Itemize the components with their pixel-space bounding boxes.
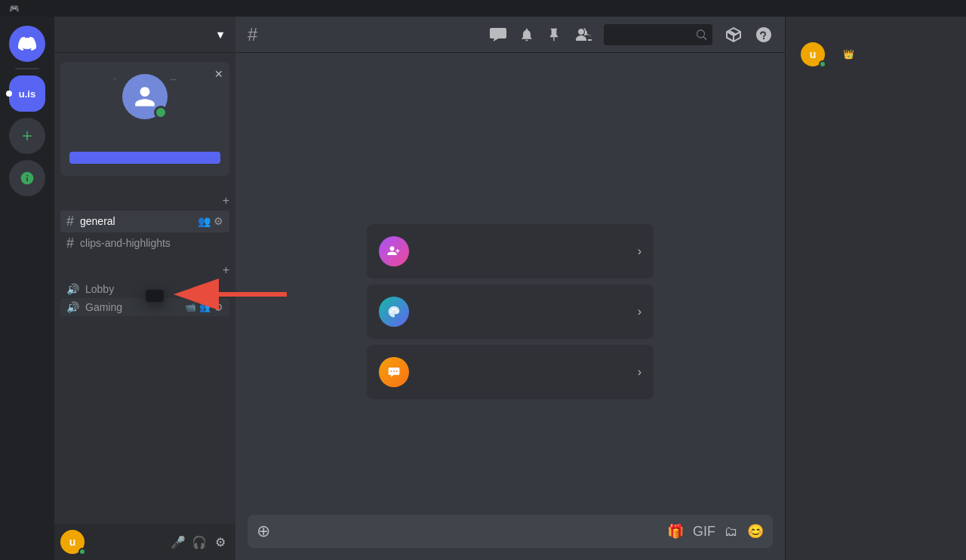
text-channels-section: + # general 👥 ⚙ # clips-and-highlights bbox=[54, 191, 235, 254]
action-cards: › › › bbox=[367, 224, 654, 399]
svg-point-4 bbox=[396, 311, 398, 312]
explore-servers-button[interactable] bbox=[9, 160, 45, 196]
channel-hash-icon: # bbox=[248, 24, 257, 45]
user-settings-button[interactable]: ⚙ bbox=[211, 533, 229, 551]
microphone-button[interactable]: 🎤 bbox=[169, 533, 187, 551]
avatar-online-badge bbox=[154, 106, 168, 119]
invite-icon bbox=[379, 236, 409, 266]
channel-name-gaming: Gaming bbox=[85, 301, 180, 313]
add-text-channel-button[interactable]: + bbox=[223, 194, 229, 208]
thread-icon[interactable] bbox=[489, 26, 507, 44]
search-input[interactable] bbox=[610, 29, 691, 40]
add-server-button[interactable]: + bbox=[9, 118, 45, 154]
members-icon[interactable] bbox=[574, 26, 592, 44]
invite-card: ✕ ··· ·· bbox=[60, 62, 229, 176]
gif-icon[interactable]: GIF bbox=[693, 524, 715, 540]
discord-home-button[interactable] bbox=[9, 26, 45, 62]
message-icon bbox=[379, 357, 409, 387]
svg-point-1 bbox=[391, 311, 392, 312]
member-item-uplotify[interactable]: u 👑 bbox=[798, 38, 954, 71]
user-avatar[interactable]: u bbox=[60, 530, 85, 554]
channel-item-clips[interactable]: # clips-and-highlights bbox=[60, 232, 229, 254]
right-sidebar: u 👑 bbox=[785, 17, 966, 560]
speaker-icon-lobby: 🔊 bbox=[66, 283, 79, 295]
member-avatar-letter: u bbox=[810, 48, 817, 60]
speaker-icon-gaming: 🔊 bbox=[66, 301, 79, 313]
invite-chevron-icon: › bbox=[638, 245, 641, 258]
server-dropdown-icon: ▾ bbox=[217, 28, 223, 42]
server-active-indicator bbox=[6, 91, 12, 97]
personalize-chevron-icon: › bbox=[638, 305, 641, 318]
video-icon-gaming[interactable]: 📹 bbox=[185, 302, 196, 312]
server-divider bbox=[15, 68, 39, 69]
sticker-icon[interactable]: 🗂 bbox=[724, 524, 738, 540]
channel-name-clips: clips-and-highlights bbox=[80, 237, 223, 249]
server-icon-uplotify[interactable]: u.is bbox=[9, 75, 45, 112]
window-bar: 🎮 bbox=[0, 0, 966, 17]
hash-icon-clips: # bbox=[66, 235, 74, 251]
edit-channel-tooltip bbox=[146, 290, 164, 302]
svg-point-2 bbox=[392, 309, 394, 310]
user-status-indicator bbox=[78, 548, 86, 555]
hash-icon-general: # bbox=[66, 214, 74, 229]
header-icons bbox=[489, 24, 773, 45]
message-chevron-icon: › bbox=[638, 365, 641, 379]
avatar-dots-right: ··· bbox=[171, 75, 177, 84]
notification-icon[interactable] bbox=[519, 27, 534, 42]
avatar-dots-left: ·· bbox=[113, 75, 116, 82]
channel-header: # bbox=[235, 17, 785, 53]
personalize-icon bbox=[379, 297, 409, 327]
gift-icon[interactable]: 🎁 bbox=[667, 523, 684, 540]
message-bar: ⊕ 🎁 GIF 🗂 😊 bbox=[235, 515, 785, 560]
invite-avatar-wrapper: ··· ·· bbox=[122, 74, 168, 119]
message-add-button[interactable]: ⊕ bbox=[257, 522, 270, 541]
server-list: u.is + bbox=[0, 17, 54, 560]
headphone-button[interactable]: 🎧 bbox=[190, 533, 208, 551]
emoji-icon[interactable]: 😊 bbox=[747, 523, 764, 540]
pin-icon[interactable] bbox=[546, 27, 561, 42]
server-letter: u.is bbox=[19, 88, 35, 100]
svg-point-3 bbox=[395, 309, 396, 310]
message-input-field[interactable] bbox=[279, 525, 658, 538]
message-icons: 🎁 GIF 🗂 😊 bbox=[667, 523, 764, 540]
svg-point-0 bbox=[386, 243, 402, 260]
crown-icon: 👑 bbox=[843, 49, 854, 60]
svg-point-6 bbox=[393, 371, 395, 372]
message-input-container: ⊕ 🎁 GIF 🗂 😊 bbox=[248, 515, 773, 548]
discord-icon: 🎮 bbox=[9, 4, 20, 14]
inbox-icon[interactable] bbox=[724, 26, 743, 44]
user-controls: 🎤 🎧 ⚙ bbox=[169, 533, 229, 551]
action-card-personalize[interactable]: › bbox=[367, 285, 654, 339]
help-icon[interactable] bbox=[755, 26, 773, 44]
channel-item-general[interactable]: # general 👥 ⚙ bbox=[60, 211, 229, 232]
app-layout: u.is + ▾ ✕ ··· ·· bbox=[0, 17, 966, 560]
user-area: u 🎤 🎧 ⚙ bbox=[54, 524, 235, 560]
action-card-first-message[interactable]: › bbox=[367, 345, 654, 399]
channel-actions-general: 👥 ⚙ bbox=[198, 215, 223, 227]
text-channels-header[interactable]: + bbox=[54, 191, 235, 211]
svg-point-5 bbox=[390, 371, 392, 372]
add-member-icon[interactable]: 👥 bbox=[198, 215, 211, 227]
invite-card-close-button[interactable]: ✕ bbox=[214, 68, 223, 80]
channel-name-general: general bbox=[80, 215, 193, 227]
invite-text bbox=[69, 125, 220, 138]
window-title: 🎮 bbox=[9, 4, 24, 14]
annotation bbox=[204, 272, 340, 317]
search-box[interactable] bbox=[604, 24, 712, 45]
server-header[interactable]: ▾ bbox=[54, 17, 235, 53]
settings-icon-general[interactable]: ⚙ bbox=[214, 215, 223, 227]
svg-point-7 bbox=[396, 371, 398, 372]
action-card-invite[interactable]: › bbox=[367, 224, 654, 278]
user-avatar-letter: u bbox=[69, 536, 76, 548]
member-avatar: u bbox=[801, 42, 825, 66]
member-online-indicator bbox=[819, 60, 826, 68]
invite-people-button[interactable] bbox=[69, 152, 220, 164]
